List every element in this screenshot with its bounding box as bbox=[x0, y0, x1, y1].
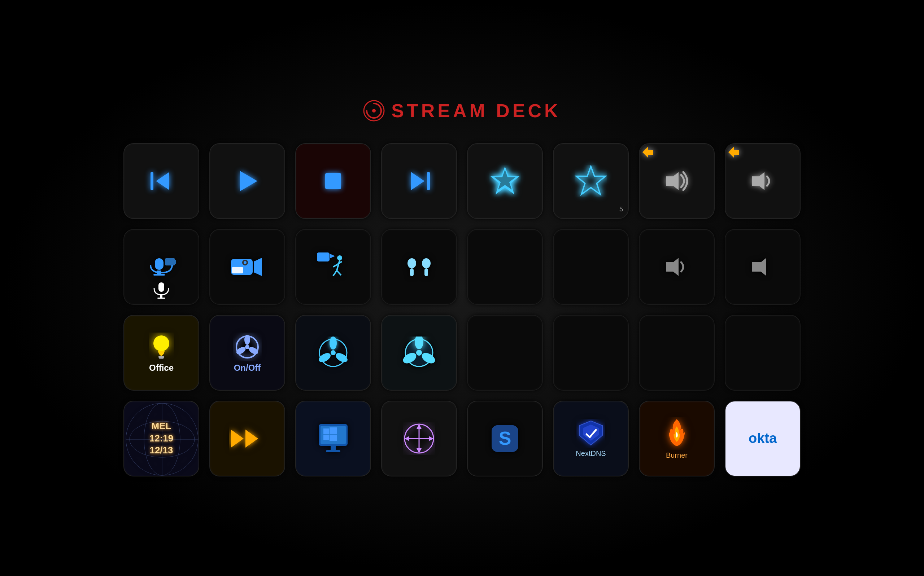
svg-rect-37 bbox=[410, 268, 414, 276]
svg-marker-12 bbox=[666, 172, 679, 190]
okta-button[interactable]: okta bbox=[725, 401, 800, 477]
svg-rect-72 bbox=[329, 435, 337, 441]
stream-deck-background: STREAM DECK bbox=[0, 0, 924, 576]
office-label: Office bbox=[149, 363, 173, 373]
svg-marker-66 bbox=[245, 430, 258, 448]
burner-label: Burner bbox=[666, 451, 688, 459]
empty-button-2 bbox=[553, 229, 629, 305]
svg-marker-11 bbox=[642, 147, 653, 158]
airpods-button[interactable] bbox=[381, 229, 457, 305]
svg-line-31 bbox=[337, 261, 340, 270]
svg-rect-70 bbox=[329, 427, 337, 434]
svg-line-32 bbox=[333, 270, 337, 276]
svg-rect-15 bbox=[155, 258, 164, 270]
svg-marker-19 bbox=[175, 260, 176, 264]
svg-marker-6 bbox=[411, 172, 425, 190]
svg-rect-43 bbox=[159, 356, 164, 358]
svg-point-49 bbox=[245, 345, 249, 349]
play-button[interactable] bbox=[209, 143, 285, 219]
svg-rect-22 bbox=[157, 298, 165, 299]
svg-marker-13 bbox=[728, 147, 739, 158]
svg-rect-71 bbox=[323, 435, 329, 440]
office-light-button[interactable]: Office bbox=[124, 315, 199, 390]
skip-back-button[interactable] bbox=[124, 143, 199, 219]
svg-point-27 bbox=[244, 261, 247, 264]
svg-rect-21 bbox=[160, 295, 162, 298]
svg-rect-69 bbox=[323, 429, 329, 434]
fan-speed2-button[interactable] bbox=[381, 315, 457, 390]
empty-button-1 bbox=[467, 229, 543, 305]
header: STREAM DECK bbox=[363, 100, 560, 122]
elgato-logo-icon bbox=[363, 100, 385, 122]
svg-point-59 bbox=[416, 350, 422, 356]
svg-rect-20 bbox=[159, 282, 164, 292]
empty-button-3 bbox=[467, 315, 543, 390]
empty-button-4 bbox=[553, 315, 629, 390]
svg-point-38 bbox=[422, 258, 431, 268]
nextdns-label: NextDNS bbox=[576, 450, 606, 458]
svg-rect-39 bbox=[425, 268, 428, 276]
star-filled-button[interactable] bbox=[467, 143, 543, 219]
svg-marker-79 bbox=[417, 448, 422, 453]
cam-record-button[interactable] bbox=[209, 229, 285, 305]
svg-rect-7 bbox=[427, 172, 430, 190]
svg-rect-74 bbox=[326, 450, 340, 452]
svg-line-34 bbox=[333, 264, 337, 267]
okta-label: okta bbox=[749, 430, 777, 446]
nextdns-button[interactable]: NextDNS bbox=[553, 401, 629, 477]
svg-marker-29 bbox=[330, 254, 335, 258]
svg-point-42 bbox=[153, 336, 169, 351]
scrivener-button[interactable]: S bbox=[467, 401, 543, 477]
svg-point-30 bbox=[337, 255, 342, 261]
button-grid: 5 bbox=[124, 143, 800, 477]
svg-marker-65 bbox=[231, 430, 244, 448]
svg-rect-44 bbox=[159, 358, 164, 359]
star-badge: 5 bbox=[619, 206, 623, 213]
svg-line-33 bbox=[337, 270, 341, 275]
svg-marker-80 bbox=[404, 436, 409, 441]
mel-clock-button[interactable]: MEL12:1912/13 bbox=[124, 401, 199, 477]
svg-point-54 bbox=[330, 350, 336, 355]
svg-rect-2 bbox=[151, 172, 153, 190]
svg-point-51 bbox=[329, 336, 337, 349]
svg-point-1 bbox=[372, 109, 376, 112]
screen-move-button[interactable] bbox=[381, 401, 457, 477]
svg-point-46 bbox=[244, 335, 250, 345]
svg-marker-3 bbox=[156, 172, 169, 190]
svg-marker-4 bbox=[240, 171, 257, 191]
svg-rect-28 bbox=[317, 253, 329, 261]
star-outline-button[interactable]: 5 bbox=[553, 143, 629, 219]
svg-marker-41 bbox=[752, 258, 766, 276]
svg-rect-17 bbox=[153, 274, 165, 275]
volume-down-button[interactable] bbox=[725, 143, 800, 219]
volume-med-button[interactable] bbox=[639, 229, 715, 305]
svg-marker-10 bbox=[576, 166, 606, 194]
onoff-label: On/Off bbox=[234, 363, 261, 373]
svg-rect-18 bbox=[165, 258, 175, 266]
svg-marker-78 bbox=[417, 424, 422, 429]
skip-forward-button[interactable] bbox=[381, 143, 457, 219]
burner-button[interactable]: Burner bbox=[639, 401, 715, 477]
double-arrow-button[interactable] bbox=[209, 401, 285, 477]
mic-cam-button[interactable] bbox=[124, 229, 199, 305]
fan-speed1-button[interactable] bbox=[295, 315, 371, 390]
empty-button-5 bbox=[639, 315, 715, 390]
svg-text:S: S bbox=[499, 428, 512, 449]
cam-run-button[interactable] bbox=[295, 229, 371, 305]
svg-marker-81 bbox=[429, 436, 433, 441]
svg-marker-40 bbox=[666, 258, 679, 276]
app-title: STREAM DECK bbox=[391, 100, 560, 122]
svg-rect-5 bbox=[325, 173, 341, 189]
windows-button[interactable] bbox=[295, 401, 371, 477]
empty-button-6 bbox=[725, 315, 800, 390]
svg-marker-14 bbox=[752, 172, 764, 190]
svg-marker-24 bbox=[254, 258, 261, 276]
svg-point-36 bbox=[407, 258, 416, 268]
volume-low-button[interactable] bbox=[725, 229, 800, 305]
svg-rect-73 bbox=[330, 446, 336, 450]
stop-button[interactable] bbox=[295, 143, 371, 219]
volume-up-button[interactable] bbox=[639, 143, 715, 219]
svg-rect-25 bbox=[232, 267, 243, 274]
fan-onoff-button[interactable]: On/Off bbox=[209, 315, 285, 390]
